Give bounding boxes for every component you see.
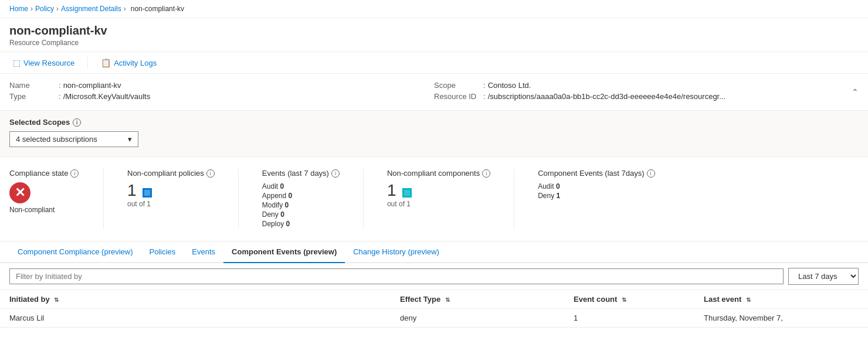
non-compliant-components-info-icon[interactable]: i xyxy=(482,169,490,178)
breadcrumb-current: non-compliant-kv xyxy=(131,5,184,13)
sort-last-event-icon[interactable]: ⇅ xyxy=(746,297,751,303)
metric-divider-3 xyxy=(363,169,364,229)
events-info-icon[interactable]: i xyxy=(331,169,340,178)
sort-effect-type-icon[interactable]: ⇅ xyxy=(445,297,450,303)
view-resource-button[interactable]: ⬚ View Resource xyxy=(9,56,78,70)
policy-icon xyxy=(143,188,152,198)
tab-change-history[interactable]: Change History (preview) xyxy=(345,241,447,263)
breadcrumb-assignment-details[interactable]: Assignment Details xyxy=(61,5,121,13)
scopes-section: Selected Scopes i 4 selected subscriptio… xyxy=(0,111,868,157)
events-metric: Events (last 7 days) i Audit 0 Append 0 … xyxy=(262,169,340,229)
tab-component-events[interactable]: Component Events (preview) xyxy=(223,241,345,263)
non-compliant-policies-info-icon[interactable]: i xyxy=(206,169,215,178)
tab-events[interactable]: Events xyxy=(184,241,223,263)
details-section: Name : non-compliant-kv Type : /Microsof… xyxy=(0,74,868,111)
detail-scope-row: Scope : Contoso Ltd. xyxy=(434,81,859,90)
table-header-row: Initiated by ⇅ Effect Type ⇅ Event count… xyxy=(0,290,868,309)
toolbar-divider xyxy=(87,57,88,69)
breadcrumb-policy[interactable]: Policy xyxy=(35,5,54,13)
col-header-event-count: Event count ⇅ xyxy=(564,290,694,309)
metric-divider-2 xyxy=(238,169,239,229)
tab-policies[interactable]: Policies xyxy=(141,241,184,263)
activity-logs-button[interactable]: 📋 Activity Logs xyxy=(97,56,160,70)
breadcrumb-home[interactable]: Home xyxy=(9,5,28,13)
metrics-section: Compliance state i ✕ Non-compliant Non-c… xyxy=(0,157,868,241)
col-header-effect-type: Effect Type ⇅ xyxy=(391,290,564,309)
chevron-down-icon: ▾ xyxy=(128,135,132,144)
compliance-state-metric: Compliance state i ✕ Non-compliant xyxy=(9,169,80,229)
detail-name-row: Name : non-compliant-kv xyxy=(9,81,434,90)
page-title: non-compliant-kv xyxy=(9,24,859,38)
time-filter-select[interactable]: Last 7 days xyxy=(788,268,859,285)
page-subtitle: Resource Compliance xyxy=(9,39,859,47)
breadcrumb: Home › Policy › Assignment Details › non… xyxy=(0,0,868,18)
tab-component-compliance[interactable]: Component Compliance (preview) xyxy=(9,241,141,263)
compliance-state-info-icon[interactable]: i xyxy=(70,169,79,178)
col-header-last-event: Last event ⇅ xyxy=(694,290,868,309)
scopes-label: Selected Scopes i xyxy=(9,118,859,127)
component-events-metric: Component Events (last 7days) i Audit 0 … xyxy=(538,169,655,229)
col-header-initiated-by: Initiated by ⇅ xyxy=(0,290,391,309)
filter-bar: Last 7 days xyxy=(0,263,868,290)
non-compliant-policies-metric: Non-compliant policies i 1 out of 1 xyxy=(127,169,215,229)
details-left: Name : non-compliant-kv Type : /Microsof… xyxy=(9,81,434,103)
tabs-section: Component Compliance (preview) Policies … xyxy=(0,241,868,263)
activity-logs-icon: 📋 xyxy=(101,58,111,67)
cell-effect-type: deny xyxy=(391,309,564,328)
component-events-info-icon[interactable]: i xyxy=(647,169,655,178)
scopes-info-icon[interactable]: i xyxy=(73,118,81,127)
filter-input[interactable] xyxy=(9,268,784,284)
svg-rect-1 xyxy=(404,190,410,196)
view-resource-icon: ⬚ xyxy=(13,58,21,67)
scope-dropdown[interactable]: 4 selected subscriptions ▾ xyxy=(9,131,138,147)
details-right: Scope : Contoso Ltd. Resource ID : /subs… xyxy=(434,81,859,103)
page-header: non-compliant-kv Resource Compliance xyxy=(0,18,868,52)
metric-divider-1 xyxy=(103,169,104,229)
collapse-details-button[interactable]: ⌃ xyxy=(852,87,859,97)
metric-divider-4 xyxy=(514,169,514,229)
svg-rect-0 xyxy=(144,190,150,196)
sort-initiated-by-icon[interactable]: ⇅ xyxy=(54,297,59,303)
detail-type-row: Type : /Microsoft.KeyVault/vaults xyxy=(9,92,434,101)
non-compliant-components-metric: Non-compliant components i 1 out of 1 xyxy=(387,169,490,229)
detail-resource-id-row: Resource ID : /subscriptions/aaaa0a0a-bb… xyxy=(434,92,859,101)
component-icon xyxy=(402,188,412,198)
cell-event-count: 1 xyxy=(564,309,694,328)
data-table: Initiated by ⇅ Effect Type ⇅ Event count… xyxy=(0,290,868,328)
cell-initiated-by: Marcus Lil xyxy=(0,309,391,328)
sort-event-count-icon[interactable]: ⇅ xyxy=(622,297,626,303)
non-compliant-state-icon: ✕ xyxy=(9,182,30,203)
table-row: Marcus Lil deny 1 Thursday, November 7, xyxy=(0,309,868,328)
cell-last-event: Thursday, November 7, xyxy=(694,309,868,328)
toolbar: ⬚ View Resource 📋 Activity Logs xyxy=(0,52,868,74)
